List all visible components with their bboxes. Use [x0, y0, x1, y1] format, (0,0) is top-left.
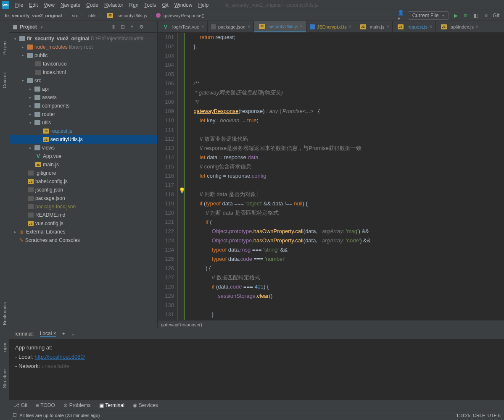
run-config-dropdown[interactable]: Current File: [408, 11, 449, 20]
menu-run[interactable]: Run: [127, 1, 141, 9]
menu-git[interactable]: Git: [159, 1, 171, 9]
menu-navigate[interactable]: Navigate: [58, 1, 83, 9]
menu-edit[interactable]: Edit: [26, 1, 40, 9]
tw-todo[interactable]: ≡ TODO: [36, 402, 55, 408]
tab-request[interactable]: JSrequest.js×: [393, 21, 436, 32]
vue-icon: V: [36, 154, 41, 159]
run-button[interactable]: ▶: [452, 12, 459, 19]
tw-services[interactable]: ◉ Services: [133, 402, 158, 408]
tree-router[interactable]: ▸router: [9, 110, 157, 118]
tree-appvue[interactable]: VApp.vue: [9, 152, 157, 160]
new-terminal-button[interactable]: +: [62, 331, 65, 337]
tree-vueconfig[interactable]: JSvue.config.js: [9, 219, 157, 228]
lib-icon: ⫼: [19, 229, 24, 235]
tree-scratches[interactable]: ✎Scratches and Consoles: [9, 236, 157, 244]
close-icon[interactable]: ×: [248, 24, 250, 29]
tool-npm[interactable]: npm: [2, 340, 7, 354]
stop-button[interactable]: ■: [483, 12, 489, 19]
tree-security[interactable]: JSsecurityUtils.js: [9, 135, 157, 144]
status-message: All files are up to date (23 minutes ago…: [19, 413, 100, 418]
bc-file[interactable]: securityUtils.js: [116, 12, 148, 19]
tree-root[interactable]: ▾fir_security_vue2_original D:\FirProjec…: [9, 34, 157, 43]
menu-refactor[interactable]: Refactor: [102, 1, 126, 9]
js-icon: JS: [398, 24, 404, 29]
tab-jsencrypt[interactable]: JSEncrypt.d.ts×: [306, 21, 355, 32]
bc-fn[interactable]: gatewayResponse(): [162, 12, 206, 19]
menu-file[interactable]: File: [13, 1, 26, 9]
tree-public[interactable]: ▾public: [9, 51, 157, 60]
file-icon: [28, 196, 34, 201]
tree-views[interactable]: ▸views: [9, 144, 157, 152]
tree-indexhtml[interactable]: index.html: [9, 68, 157, 76]
tool-project[interactable]: Project: [2, 38, 7, 57]
terminal-output[interactable]: App running at: - Local: http://localhos…: [9, 339, 504, 400]
tree-packagejson[interactable]: package.json: [9, 194, 157, 202]
close-icon[interactable]: ×: [201, 24, 204, 29]
tw-git[interactable]: ⎇ Git: [13, 402, 27, 408]
tree-node-modules[interactable]: ▸node_modules library root: [9, 43, 157, 51]
bottom-breadcrumb[interactable]: gatewayResponse(): [158, 320, 504, 328]
menu-window[interactable]: Window: [172, 1, 195, 9]
debug-button[interactable]: ⛭: [462, 12, 469, 19]
tree-request[interactable]: JSrequest.js: [9, 127, 157, 135]
tree-packagelock[interactable]: package-lock.json: [9, 202, 157, 211]
menu-view[interactable]: View: [41, 1, 57, 9]
tree-src[interactable]: ▾src: [9, 76, 157, 85]
tree-babel[interactable]: JSbabel.config.js: [9, 177, 157, 186]
bc-src[interactable]: src: [71, 12, 79, 19]
tw-terminal[interactable]: ▣ Terminal: [99, 402, 124, 408]
status-icon[interactable]: ☐: [13, 412, 17, 418]
tab-apiindex[interactable]: JSapi\index.js×: [436, 21, 482, 32]
tree-assets[interactable]: ▸assets: [9, 93, 157, 102]
line-ending[interactable]: CRLF: [473, 413, 485, 418]
project-icon: ▦: [13, 24, 17, 30]
nav-bar: fir_security_vue2_original〉 src〉 utils〉 …: [0, 10, 504, 21]
tree-favicon[interactable]: favicon.ico: [9, 60, 157, 68]
close-icon[interactable]: ×: [386, 24, 389, 29]
coverage-button[interactable]: ◧: [472, 12, 479, 19]
settings-icon[interactable]: ⚙: [138, 24, 145, 30]
code-content[interactable]: return request; }, /** * gateway网关验证信息处理…: [184, 33, 504, 320]
tree-readme[interactable]: README.md: [9, 211, 157, 219]
locate-icon[interactable]: ⊕: [110, 24, 117, 30]
menu-help[interactable]: Help: [195, 1, 211, 9]
encoding[interactable]: UTF-8: [488, 413, 501, 418]
localhost-link[interactable]: http://localhost:8080/: [34, 354, 85, 360]
user-icon[interactable]: 👤▾: [398, 12, 404, 19]
close-icon[interactable]: ×: [349, 24, 351, 29]
terminal-tab-local[interactable]: Local ×: [40, 331, 56, 337]
menu-code[interactable]: Code: [84, 1, 101, 9]
tree-gitignore[interactable]: .gitignore: [9, 169, 157, 177]
tab-logintest[interactable]: VloginTest.vue×: [158, 21, 208, 32]
tool-structure[interactable]: Structure: [2, 367, 7, 391]
tool-commit[interactable]: Commit: [2, 70, 7, 91]
caret-position[interactable]: 118:25: [456, 413, 470, 418]
hide-icon[interactable]: —: [147, 24, 154, 30]
bc-project[interactable]: fir_security_vue2_original: [3, 12, 63, 19]
tool-window-bar: ⎇ Git ≡ TODO ⊘ Problems ▣ Terminal ◉ Ser…: [9, 400, 504, 410]
tool-bookmarks[interactable]: Bookmarks: [2, 299, 7, 328]
intention-bulb-icon[interactable]: 💡: [179, 187, 185, 194]
tab-package[interactable]: package.json×: [208, 21, 254, 32]
tree-jsconfig[interactable]: jsconfig.json: [9, 186, 157, 194]
close-icon[interactable]: ×: [430, 24, 432, 29]
bc-utils[interactable]: utils: [87, 12, 98, 19]
terminal-dropdown[interactable]: ⌄: [71, 331, 75, 337]
menu-tools[interactable]: Tools: [142, 1, 158, 9]
tw-problems[interactable]: ⊘ Problems: [63, 402, 91, 408]
tree-utils[interactable]: ▾utils: [9, 118, 157, 127]
tree-mainjs[interactable]: JSmain.js: [9, 160, 157, 169]
tree-components[interactable]: ▸components: [9, 102, 157, 110]
tab-main[interactable]: JSmain.js×: [355, 21, 393, 32]
tab-security[interactable]: JSsecurityUtils.js×: [254, 21, 306, 32]
close-icon[interactable]: ×: [300, 24, 303, 29]
project-tree[interactable]: ▾fir_security_vue2_original D:\FirProjec…: [9, 33, 157, 328]
close-icon[interactable]: ×: [476, 24, 478, 29]
code-editor[interactable]: 1011021031041051061071081091101111121131…: [158, 33, 504, 320]
tree-api[interactable]: ▸api: [9, 85, 157, 93]
project-view-dropdown[interactable]: [40, 24, 43, 30]
terminal-title: Terminal:: [13, 331, 34, 337]
tree-extlib[interactable]: ▸⫼External Libraries: [9, 228, 157, 236]
expand-icon[interactable]: ⊟: [119, 24, 126, 30]
collapse-icon[interactable]: ÷: [129, 24, 135, 30]
